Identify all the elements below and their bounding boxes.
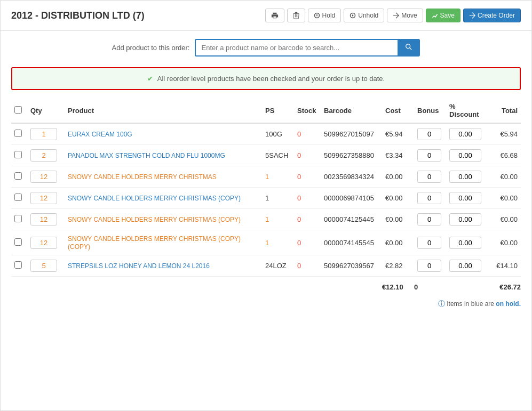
hold-button[interactable]: Hold (308, 9, 342, 22)
barcode-value: 5099627039567 (321, 255, 382, 277)
table-row: STREPSILS LOZ HONEY AND LEMON 24 L2016 2… (11, 255, 521, 277)
table-row: PANADOL MAX STRENGTH COLD AND FLU 1000MG… (11, 145, 521, 166)
qty-input[interactable] (30, 171, 57, 183)
total-value: €0.00 (489, 188, 521, 209)
product-link[interactable]: EURAX CREAM 100G (68, 131, 132, 138)
product-link[interactable]: SNOWY CANDLE HOLDERS MERRY CHRISTMAS (68, 173, 217, 181)
discount-input[interactable] (449, 260, 481, 272)
row-checkbox[interactable] (14, 261, 22, 269)
stock-value: 0 (294, 209, 321, 230)
discount-input[interactable] (449, 237, 481, 249)
row-checkbox[interactable] (14, 194, 22, 201)
cost-value: €3.34 (382, 145, 414, 166)
totals-row: €12.10 0 €26.72 (11, 277, 521, 292)
cost-value: €0.00 (382, 188, 414, 209)
table-row: SNOWY CANDLE HOLDERS MERRY CHRISTMAS (CO… (11, 230, 521, 255)
product-link[interactable]: PANADOL MAX STRENGTH COLD AND FLU 1000MG (68, 152, 225, 159)
row-checkbox[interactable] (14, 215, 22, 222)
ps-value: 1 (262, 166, 294, 188)
stock-value: 0 (294, 123, 321, 145)
product-link[interactable]: STREPSILS LOZ HONEY AND LEMON 24 L2016 (68, 262, 210, 270)
row-checkbox[interactable] (14, 172, 22, 180)
total-amount: €26.72 (489, 277, 521, 292)
barcode-value: 0000074145545 (321, 230, 382, 255)
bonus-input[interactable] (417, 260, 441, 272)
stock-value: 0 (294, 166, 321, 188)
discount-input[interactable] (449, 171, 481, 183)
row-checkbox[interactable] (14, 238, 22, 246)
move-button[interactable]: Move (387, 9, 423, 22)
col-bonus: Bonus (414, 98, 446, 123)
info-icon: ⓘ (438, 300, 445, 308)
qty-input[interactable] (30, 149, 57, 162)
qty-input[interactable] (30, 260, 57, 272)
ps-value: 24LOZ (262, 255, 294, 277)
discount-input[interactable] (449, 213, 481, 225)
col-total: Total (489, 98, 521, 123)
discount-input[interactable] (449, 149, 481, 162)
col-barcode: Barcode (321, 98, 382, 123)
bonus-input[interactable] (417, 128, 441, 140)
total-value: €14.10 (489, 255, 521, 277)
col-discount: % Discount (446, 98, 489, 123)
qty-input[interactable] (30, 128, 57, 140)
bonus-input[interactable] (417, 192, 441, 204)
svg-point-0 (406, 44, 410, 49)
cost-value: €0.00 (382, 166, 414, 188)
ps-value: 1 (262, 188, 294, 209)
total-value: €0.00 (489, 230, 521, 255)
ps-value: 5SACH (262, 145, 294, 166)
stock-value: 0 (294, 230, 321, 255)
table-row: SNOWY CANDLE HOLDERS MERRY CHRISTMAS (CO… (11, 188, 521, 209)
cost-value: €2.82 (382, 255, 414, 277)
col-ps: PS (262, 98, 294, 123)
product-link[interactable]: SNOWY CANDLE HOLDERS MERRY CHRISTMAS (CO… (68, 235, 241, 251)
cost-value: €5.94 (382, 123, 414, 145)
col-product: Product (65, 98, 262, 123)
qty-input[interactable] (30, 213, 57, 225)
total-cost: €12.10 (382, 277, 414, 292)
row-checkbox[interactable] (14, 151, 22, 158)
ps-value: 1 (262, 209, 294, 230)
col-stock: Stock (294, 98, 321, 123)
cost-value: €0.00 (382, 209, 414, 230)
total-value: €0.00 (489, 209, 521, 230)
select-all-checkbox[interactable] (14, 106, 22, 114)
total-bonus: 0 (414, 277, 446, 292)
stock-value: 0 (294, 145, 321, 166)
bonus-input[interactable] (417, 213, 441, 225)
print-button[interactable] (265, 9, 284, 22)
barcode-value: 5099627015097 (321, 123, 382, 145)
bonus-input[interactable] (417, 149, 441, 162)
create-order-button[interactable]: Create Order (463, 9, 521, 22)
footer-note: ⓘ Items in blue are on hold. (1, 291, 531, 317)
discount-input[interactable] (449, 192, 481, 204)
row-checkbox[interactable] (14, 130, 22, 137)
qty-input[interactable] (30, 237, 57, 249)
product-link[interactable]: SNOWY CANDLE HOLDERS MERRY CHRISTMAS (CO… (68, 195, 241, 202)
product-link[interactable]: SNOWY CANDLE HOLDERS MERRY CHRISTMAS (CO… (68, 216, 241, 223)
qty-input[interactable] (30, 192, 57, 204)
barcode-value: 0023569834324 (321, 166, 382, 188)
save-button[interactable]: Save (426, 9, 460, 22)
unhold-button[interactable]: Unhold (344, 9, 384, 22)
total-value: €6.68 (489, 145, 521, 166)
search-wrap (195, 39, 420, 57)
delete-button[interactable] (287, 9, 305, 22)
stock-value: 0 (294, 188, 321, 209)
order-table: Qty Product PS Stock Barcode Cost Bonus … (11, 98, 521, 291)
bonus-input[interactable] (417, 171, 441, 183)
total-value: €0.00 (489, 166, 521, 188)
col-qty: Qty (27, 98, 65, 123)
discount-input[interactable] (449, 128, 481, 140)
ps-value: 100G (262, 123, 294, 145)
ps-value: 1 (262, 230, 294, 255)
barcode-value: 5099627358880 (321, 145, 382, 166)
search-button[interactable] (398, 39, 420, 57)
search-area: Add product to this order: (1, 31, 531, 65)
toolbar: Hold Unhold Move Save Create Order (265, 9, 521, 22)
search-input[interactable] (195, 39, 398, 57)
col-cost: Cost (382, 98, 414, 123)
bonus-input[interactable] (417, 237, 441, 249)
order-table-area: Qty Product PS Stock Barcode Cost Bonus … (1, 98, 531, 291)
